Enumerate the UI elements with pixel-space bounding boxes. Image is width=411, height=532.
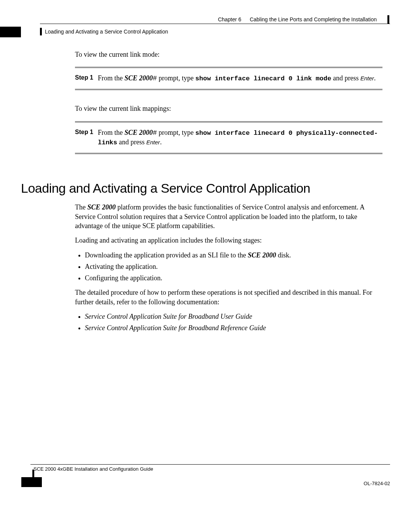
header-divider — [40, 24, 390, 24]
list-item: Service Control Application Suite for Br… — [85, 323, 382, 332]
list-item: Configuring the application. — [85, 273, 382, 283]
section-label-text: Loading and Activating a Service Control… — [45, 29, 168, 35]
footer-black-box-icon — [21, 477, 42, 487]
list-item: Activating the application. — [85, 262, 382, 271]
footer-guide-title: SCE 2000 4xGBE Installation and Configur… — [33, 466, 153, 472]
list-item: Downloading the application provided as … — [85, 251, 382, 260]
step-body: From the SCE 2000# prompt, type show int… — [98, 73, 376, 83]
footer-page-number: 6-16 — [5, 479, 16, 486]
enter-key: Enter — [360, 75, 374, 81]
text-span: Activating the application. — [85, 263, 158, 270]
footer-doc-id: OL-7824-02 — [364, 481, 390, 486]
sce-name: SCE 2000 — [248, 251, 276, 259]
prompt-name: SCE 2000 — [124, 129, 153, 136]
step-text: and press — [117, 138, 146, 146]
prompt-name: SCE 2000 — [124, 74, 153, 82]
text-span: platform provides the basic functionalit… — [75, 203, 364, 230]
running-section-label: Loading and Activating a Service Control… — [40, 28, 390, 35]
footer-divider — [30, 464, 390, 465]
step-label: Step 1 — [75, 128, 93, 148]
page-header: Chapter 6 Cabling the Line Ports and Com… — [21, 15, 389, 24]
text-span: Downloading the application provided as … — [85, 251, 248, 259]
list-item: Service Control Application Suite for Br… — [85, 312, 382, 321]
chapter-title: Cabling the Line Ports and Completing th… — [250, 16, 377, 22]
references-list: Service Control Application Suite for Br… — [75, 312, 382, 333]
section-paragraph: The SCE 2000 platform provides the basic… — [75, 203, 382, 230]
step-body: From the SCE 2000# prompt, type show int… — [98, 128, 382, 148]
header-black-box-icon — [0, 27, 21, 37]
prompt-hash: # — [153, 129, 157, 137]
section-body: The SCE 2000 platform provides the basic… — [75, 203, 382, 332]
step-text: and press — [331, 74, 360, 82]
enter-key: Enter — [147, 139, 160, 145]
text-span: The — [75, 203, 87, 211]
header-rule-icon — [387, 15, 389, 24]
section-paragraph: Loading and activating an application in… — [75, 236, 382, 245]
step-text: From the — [98, 129, 124, 136]
section-paragraph: The detailed procedure of how to perform… — [75, 288, 382, 307]
section-heading: Loading and Activating a Service Control… — [21, 181, 390, 196]
text-span: disk. — [276, 251, 291, 259]
sce-name: SCE 2000 — [87, 203, 116, 211]
command-text: show interface linecard 0 link mode — [195, 75, 331, 82]
step-text: From the — [98, 74, 124, 82]
stages-list: Downloading the application provided as … — [75, 251, 382, 283]
step-block-mappings: Step 1 From the SCE 2000# prompt, type s… — [75, 121, 382, 155]
step-text: prompt, type — [157, 129, 195, 136]
step-block-link-mode: Step 1 From the SCE 2000# prompt, type s… — [75, 67, 382, 90]
prompt-hash: # — [153, 75, 157, 82]
text-span: Configuring the application. — [85, 274, 162, 282]
body-content: To view the current link mode: Step 1 Fr… — [75, 50, 382, 154]
step-text: . — [160, 138, 162, 146]
step-label: Step 1 — [75, 73, 93, 83]
section-label-bar-icon — [40, 28, 42, 35]
step-text: prompt, type — [157, 74, 195, 82]
chapter-label: Chapter 6 — [218, 16, 241, 22]
intro-mappings: To view the current link mappings: — [75, 104, 382, 113]
intro-link-mode: To view the current link mode: — [75, 50, 382, 59]
document-page: Chapter 6 Cabling the Line Ports and Com… — [0, 0, 411, 502]
page-footer: SCE 2000 4xGBE Installation and Configur… — [0, 464, 390, 486]
step-text: . — [374, 74, 376, 82]
